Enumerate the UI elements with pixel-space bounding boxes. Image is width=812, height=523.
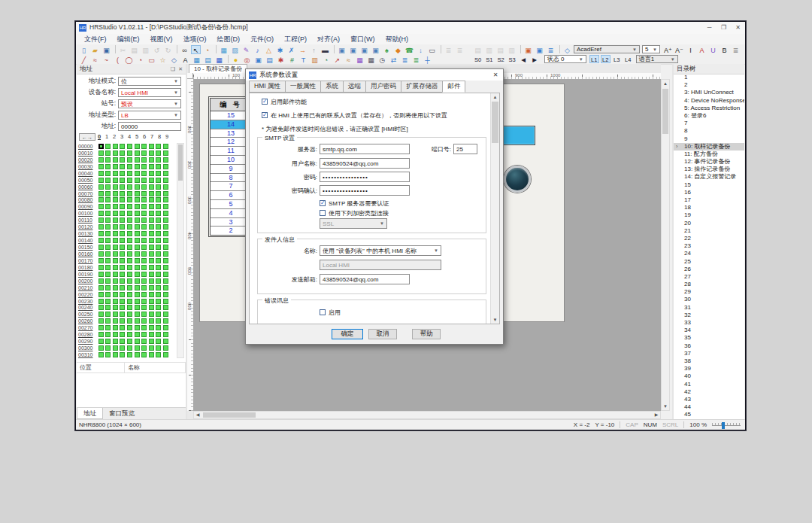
address-bit-cell[interactable] — [127, 299, 132, 304]
address-bit-cell[interactable] — [98, 197, 104, 202]
address-bit-cell[interactable] — [98, 191, 104, 196]
encrypt-row[interactable]: 使用下列加密类型连接 — [320, 210, 389, 217]
address-bit-cell[interactable] — [156, 184, 161, 190]
address-bit-cell[interactable] — [127, 204, 132, 209]
address-bit-cell[interactable] — [98, 258, 104, 263]
table-tool-icon[interactable]: ▦ — [214, 55, 224, 64]
address-bit-cell[interactable] — [156, 305, 161, 310]
layer-button-l2[interactable]: L2 — [601, 55, 611, 63]
port-input[interactable]: 25 — [453, 144, 477, 154]
tree-item-24[interactable]: 24 — [674, 250, 744, 257]
address-bit-cell[interactable] — [127, 292, 132, 297]
address-row-label[interactable]: 00210 — [77, 285, 96, 290]
state-button-s1[interactable]: S1 — [484, 55, 494, 63]
menu-item-8[interactable]: 窗口(W) — [345, 34, 380, 44]
address-bit-cell[interactable] — [105, 265, 111, 270]
address-bit-cell[interactable] — [163, 251, 168, 257]
tree-item-15[interactable]: 15 — [674, 181, 744, 189]
address-bit-cell[interactable] — [135, 171, 140, 176]
tree-item-4[interactable]: 4: Device NoResponse — [674, 97, 744, 105]
address-bit-cell[interactable] — [156, 258, 161, 263]
address-bit-cell[interactable] — [120, 292, 125, 297]
address-bit-cell[interactable] — [135, 278, 140, 284]
address-bit-cell[interactable] — [163, 144, 168, 149]
digit-column-7[interactable]: 7 — [149, 133, 155, 140]
address-bit-cell[interactable] — [135, 318, 140, 324]
address-bit-cell[interactable] — [156, 318, 161, 324]
address-bit-cell[interactable] — [127, 184, 132, 190]
simulate-icon[interactable]: ≣ — [546, 45, 556, 54]
digit-column-1[interactable]: 1 — [104, 133, 110, 140]
dialog-tab-1[interactable]: 一般属性 — [285, 81, 321, 93]
address-bit-cell[interactable] — [141, 217, 147, 223]
address-bit-cell[interactable] — [156, 245, 161, 250]
address-bit-cell[interactable] — [135, 164, 140, 169]
address-bit-cell[interactable] — [113, 204, 118, 209]
address-bit-cell[interactable] — [98, 171, 104, 176]
address-bit-cell[interactable] — [135, 231, 140, 236]
address-bit-cell[interactable] — [120, 184, 125, 190]
tree-item-18[interactable]: 18 — [674, 204, 744, 211]
password-input[interactable]: •••••••••••••••• — [320, 172, 410, 182]
delete-element-icon[interactable]: ✗ — [286, 45, 296, 54]
address-bit-cell[interactable] — [113, 171, 118, 176]
underline-icon[interactable]: U — [708, 45, 718, 54]
address-bit-cell[interactable] — [127, 238, 132, 243]
address-bit-cell[interactable] — [105, 197, 111, 202]
scrollbar-thumb[interactable] — [492, 102, 498, 143]
address-bit-cell[interactable] — [163, 285, 168, 290]
address-bit-cell[interactable] — [98, 151, 104, 156]
sound-icon[interactable]: ♪ — [253, 45, 262, 54]
address-row-label[interactable]: 00040 — [77, 171, 96, 176]
digit-column-8[interactable]: 8 — [156, 133, 162, 140]
data-transfer-icon[interactable]: ⇄ — [389, 55, 398, 64]
address-bit-cell[interactable] — [141, 339, 147, 344]
address-bit-cell[interactable] — [135, 157, 140, 163]
tree-item-25[interactable]: 25 — [674, 258, 744, 266]
address-bit-cell[interactable] — [135, 144, 140, 149]
numeric-display-icon[interactable]: # — [287, 55, 297, 64]
tree-item-43[interactable]: 43 — [674, 396, 744, 403]
digit-column-0[interactable]: 0 — [96, 133, 102, 140]
gallery-icon[interactable]: ▨ — [230, 45, 240, 54]
address-bit-cell[interactable] — [149, 217, 154, 223]
address-bit-cell[interactable] — [98, 231, 104, 236]
address-bit-cell[interactable] — [149, 318, 154, 324]
address-bit-cell[interactable] — [120, 211, 125, 216]
address-bit-cell[interactable] — [113, 224, 118, 230]
password-confirm-input[interactable]: •••••••••••••••• — [320, 185, 410, 196]
window-new-icon[interactable]: ▣ — [348, 45, 358, 54]
digit-column-5[interactable]: 5 — [134, 133, 140, 140]
address-bit-cell[interactable] — [163, 224, 168, 230]
address-bit-cell[interactable] — [141, 299, 147, 304]
address-bit-cell[interactable] — [120, 231, 125, 236]
address-bit-cell[interactable] — [149, 345, 154, 351]
address-bit-cell[interactable] — [135, 258, 140, 263]
address-bit-cell[interactable] — [135, 352, 140, 357]
tree-item-36[interactable]: 36 — [674, 342, 744, 350]
address-bit-cell[interactable] — [98, 245, 104, 250]
address-bit-cell[interactable] — [105, 171, 111, 176]
address-bit-cell[interactable] — [163, 211, 168, 216]
address-bit-cell[interactable] — [98, 211, 104, 216]
address-bit-cell[interactable] — [163, 258, 168, 263]
panel-tab-0[interactable]: 地址 — [77, 408, 103, 419]
address-bit-cell[interactable] — [120, 258, 125, 263]
multi-state-lamp-icon[interactable]: ◎ — [242, 55, 252, 64]
pie-tool-icon[interactable]: ◔ — [135, 55, 145, 64]
address-bit-cell[interactable] — [98, 184, 104, 190]
address-bit-cell[interactable] — [113, 144, 118, 149]
tree-item-32[interactable]: 32 — [674, 312, 744, 319]
address-bit-cell[interactable] — [135, 191, 140, 196]
tree-item-5[interactable]: 5: Access Restriction — [674, 105, 744, 112]
address-bit-cell[interactable] — [156, 272, 161, 277]
address-bit-cell[interactable] — [156, 312, 161, 317]
address-bit-cell[interactable] — [98, 339, 104, 344]
address-field-combo-1[interactable]: Local HMI▼ — [118, 88, 181, 97]
address-row-label[interactable]: 00290 — [77, 339, 96, 344]
address-bit-cell[interactable] — [141, 184, 147, 190]
address-bit-cell[interactable] — [163, 151, 168, 156]
scroll-down-icon[interactable]: ▼ — [662, 403, 669, 410]
address-bit-cell[interactable] — [149, 352, 154, 357]
bit-lamp-icon[interactable]: ● — [231, 55, 241, 64]
